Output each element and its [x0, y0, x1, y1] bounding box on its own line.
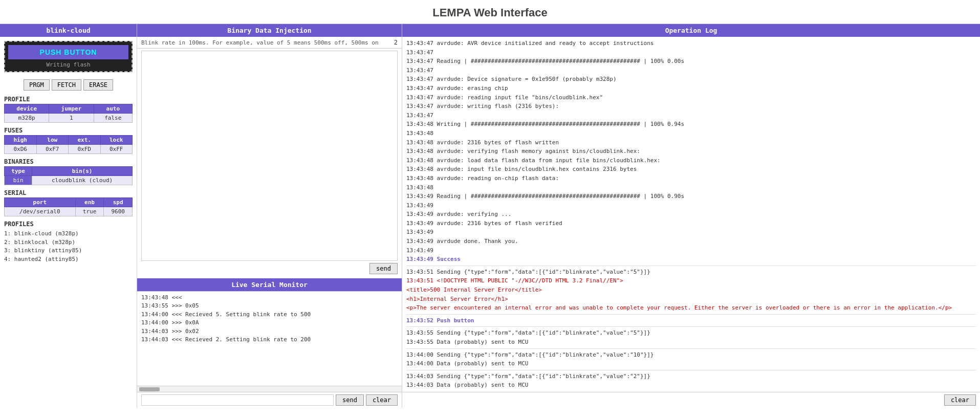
list-item: 13:43:47	[406, 48, 976, 57]
serial-header-enb: enb	[75, 198, 104, 207]
binary-injection-description: Blink rate in 100ms. For example, value …	[141, 39, 392, 46]
erase-button[interactable]: ERASE	[83, 79, 113, 91]
op-log-content: 13:43:47 avrdude: AVR device initialized…	[402, 37, 980, 392]
op-log-footer: clear	[402, 392, 980, 408]
binary-send-row: send	[141, 261, 398, 276]
list-item: 13:43:49 avrdude done. Thank you.	[406, 237, 976, 246]
list-item: 13:43:52 Push button	[406, 316, 976, 325]
list-item: 13:43:49 avrdude: verifying ...	[406, 210, 976, 219]
serial-section-label: SERIAL	[0, 187, 137, 197]
list-item: 2: blinklocal (m328p)	[4, 238, 133, 247]
serial-val-port: /dev/serial0	[5, 207, 76, 216]
profiles-section-label: PROFILES	[0, 218, 137, 229]
fuses-header-ext: ext.	[69, 136, 101, 145]
list-item: 13:43:55 Sending {"type":"form","data":[…	[406, 328, 976, 338]
list-item: 3: blinktiny (attiny85)	[4, 247, 133, 255]
profile-table: device jumper auto m328p 1 false	[4, 104, 133, 123]
serial-header-spd: spd	[104, 198, 133, 207]
serial-monitor-header: Live Serial Monitor	[137, 278, 402, 291]
list-item: 13:43:47 Reading | #####################…	[406, 57, 976, 66]
binary-injection-header: Binary Data Injection	[137, 24, 402, 37]
list-item: 13:44:03 Sending {"type":"form","data":[…	[406, 372, 976, 381]
list-item: 13:44:00 Sending {"type":"form","data":[…	[406, 350, 976, 360]
binaries-header-bins: bin(s)	[32, 167, 133, 176]
list-item: <title>500 Internal Server Error</title>	[406, 285, 976, 295]
list-item: 13:43:49 avrdude: 2316 bytes of flash ve…	[406, 219, 976, 228]
list-item: 13:44:00 <<< Recieved 5. Setting blink r…	[141, 311, 398, 319]
log-divider	[406, 348, 976, 349]
list-item: 13:43:48	[406, 129, 976, 138]
log-divider	[406, 370, 976, 370]
serial-send-button[interactable]: send	[336, 394, 364, 406]
log-divider	[406, 266, 976, 266]
serial-monitor-log: 13:43:48 <<<13:43:55 >>> 0x0513:44:00 <<…	[137, 291, 402, 386]
log-divider	[406, 314, 976, 315]
scrollbar-thumb	[139, 387, 160, 391]
binaries-val-type: bin	[5, 176, 32, 185]
list-item: 13:43:55 >>> 0x05	[141, 302, 398, 311]
binaries-val-bins: cloudblink (cloud)	[32, 176, 133, 185]
list-item: 13:43:49 Success	[406, 255, 976, 264]
serial-val-spd: 9600	[104, 207, 133, 216]
list-item: <p>The server encountered an internal er…	[406, 303, 976, 313]
fuses-table: high low ext. lock 0xD6 0xF7 0xFD 0xFF	[4, 135, 133, 154]
push-button-area: PUSH BUTTON Writing flash	[4, 41, 133, 72]
list-item: 13:43:49	[406, 228, 976, 237]
list-item: 13:43:48 avrdude: 2316 bytes of flash wr…	[406, 138, 976, 147]
list-item: <h1>Internal Server Error</h1>	[406, 295, 976, 304]
action-buttons: PRGM FETCH ERASE	[0, 76, 137, 94]
profile-header-device: device	[5, 104, 49, 114]
list-item: 13:43:48 avrdude: load data flash data f…	[406, 156, 976, 165]
binary-send-button[interactable]: send	[369, 263, 398, 274]
binary-injection-desc: Blink rate in 100ms. For example, value …	[137, 37, 402, 49]
list-item: 4: haunted2 (attiny85)	[4, 255, 133, 264]
fuses-val-lock: 0xFF	[100, 145, 133, 154]
fuses-section-label: FUSES	[0, 125, 137, 135]
profile-header-jumper: jumper	[49, 104, 94, 114]
left-panel-header: blink-cloud	[0, 24, 137, 37]
serial-val-enb: true	[75, 207, 104, 216]
list-item: 13:44:00 Data (probably) sent to MCU	[406, 359, 976, 368]
list-item: 13:43:47 avrdude: writing flash (2316 by…	[406, 102, 976, 111]
list-item: 13:43:49	[406, 201, 976, 210]
serial-monitor-scrollbar[interactable]	[137, 386, 402, 392]
fuses-val-high: 0xD6	[5, 145, 37, 154]
push-button[interactable]: PUSH BUTTON	[8, 45, 128, 59]
binary-data-input[interactable]	[141, 51, 398, 261]
binaries-section-label: BINARIES	[0, 156, 137, 166]
list-item: 13:43:49 Reading | #####################…	[406, 192, 976, 201]
binaries-table: type bin(s) bin cloudblink (cloud)	[4, 166, 133, 185]
serial-input[interactable]	[141, 394, 334, 406]
serial-clear-button[interactable]: clear	[366, 394, 398, 406]
op-log-clear-button[interactable]: clear	[944, 394, 976, 406]
fetch-button[interactable]: FETCH	[52, 79, 81, 91]
profile-header-auto: auto	[94, 104, 132, 114]
list-item: 13:44:03 <<< Recieved 2. Setting blink r…	[141, 336, 398, 344]
serial-input-row: send clear	[137, 392, 402, 408]
profile-section-label: PROFILE	[0, 94, 137, 104]
serial-table: port enb spd /dev/serial0 true 9600	[4, 197, 133, 216]
binary-injection-value: 2	[394, 39, 398, 46]
list-item: 13:43:48 Writing | #####################…	[406, 120, 976, 129]
list-item: 13:43:48 avrdude: verifying flash memory…	[406, 147, 976, 156]
right-panel: Operation Log 13:43:47 avrdude: AVR devi…	[402, 24, 980, 408]
list-item: 13:43:51 Sending {"type":"form","data":[…	[406, 268, 976, 277]
profiles-list: 1: blink-cloud (m328p) 2: blinklocal (m3…	[0, 229, 137, 268]
list-item: 13:43:47 avrdude: erasing chip	[406, 84, 976, 93]
list-item: 13:43:48 avrdude: input file bins/cloudb…	[406, 165, 976, 174]
list-item: 13:43:51 <!DOCTYPE HTML PUBLIC "-//W3C//…	[406, 276, 976, 285]
left-panel: blink-cloud PUSH BUTTON Writing flash PR…	[0, 24, 137, 408]
fuses-header-lock: lock	[100, 136, 133, 145]
fuses-header-high: high	[5, 136, 37, 145]
list-item: 13:43:47 avrdude: reading input file "bi…	[406, 93, 976, 102]
profile-val-jumper: 1	[49, 114, 94, 123]
log-divider	[406, 326, 976, 327]
fuses-val-ext: 0xFD	[69, 145, 101, 154]
fuses-val-low: 0xF7	[36, 145, 69, 154]
prgm-button[interactable]: PRGM	[24, 79, 50, 91]
writing-flash-status: Writing flash	[8, 61, 128, 68]
list-item: 13:44:00 >>> 0x0A	[141, 319, 398, 327]
list-item: 13:43:47 avrdude: AVR device initialized…	[406, 39, 976, 48]
serial-header-port: port	[5, 198, 76, 207]
list-item: 13:44:03 >>> 0x02	[141, 327, 398, 336]
